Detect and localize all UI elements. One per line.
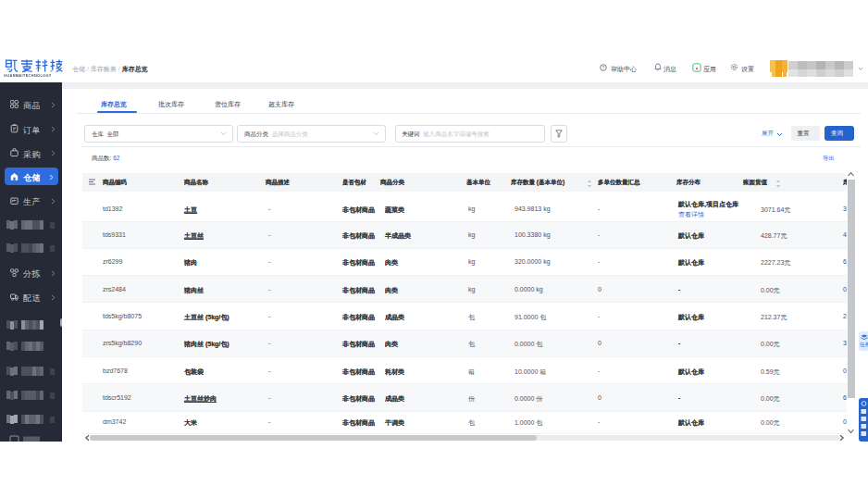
svg-text:?: ? — [602, 66, 605, 70]
